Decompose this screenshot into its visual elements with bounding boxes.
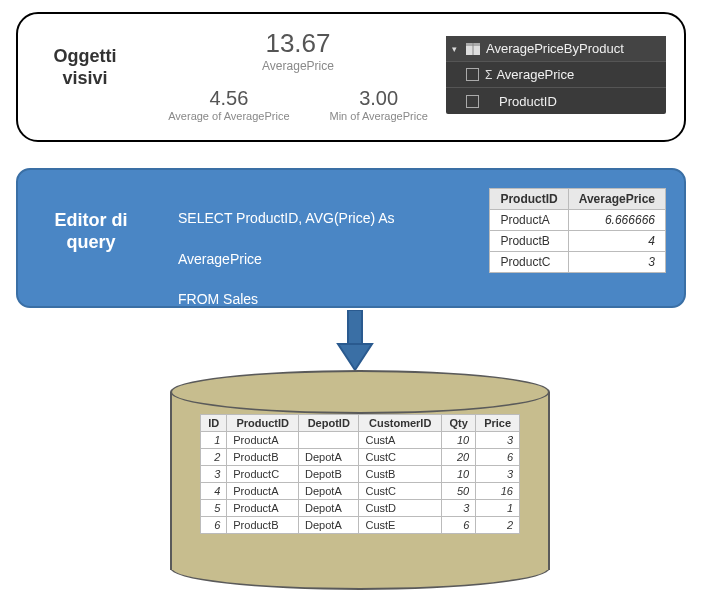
field-item-productid[interactable]: ProductID	[446, 88, 666, 114]
cell: CustA	[359, 432, 441, 449]
svg-marker-4	[338, 344, 372, 370]
fields-pane: ▾ AveragePriceByProduct Σ AveragePrice P…	[446, 36, 666, 114]
cell: CustD	[359, 500, 441, 517]
cell: 5	[201, 500, 227, 517]
cell: ProductA	[490, 210, 568, 231]
editor-panel: Editor di query SELECT ProductID, AVG(Pr…	[16, 168, 686, 308]
cell: 16	[476, 483, 520, 500]
cell: ProductC	[227, 466, 299, 483]
sigma-icon: Σ	[485, 68, 492, 82]
kpi-min-of-avg: 3.00 Min of AveragePrice	[330, 87, 428, 122]
cell: DepotA	[299, 449, 359, 466]
cell: 3	[476, 466, 520, 483]
cell: 50	[441, 483, 475, 500]
cell: 6.666666	[568, 210, 665, 231]
col-header: ProductID	[227, 415, 299, 432]
visuals-title: Oggetti visivi	[40, 46, 130, 89]
checkbox-icon[interactable]	[466, 95, 479, 108]
cell: ProductB	[227, 517, 299, 534]
field-item-averageprice[interactable]: Σ AveragePrice	[446, 62, 666, 88]
table-row: 2 ProductB DepotA CustC 20 6	[201, 449, 520, 466]
cell: ProductB	[490, 231, 568, 252]
field-label: AveragePrice	[496, 67, 660, 82]
kpi-value: 4.56	[168, 87, 289, 110]
sql-line: FROM Sales	[178, 291, 258, 307]
sql-line: AveragePrice	[178, 251, 262, 267]
col-header: Qty	[441, 415, 475, 432]
svg-rect-3	[348, 310, 362, 344]
cell: 6	[441, 517, 475, 534]
kpi-label: AveragePrice	[158, 59, 438, 73]
arrow-down-icon	[335, 310, 375, 372]
kpi-label: Min of AveragePrice	[330, 110, 428, 122]
cell: 3	[568, 252, 665, 273]
col-header: DepotID	[299, 415, 359, 432]
cell: 4	[568, 231, 665, 252]
result-row: ProductA 6.666666	[490, 210, 666, 231]
cell: 3	[201, 466, 227, 483]
cell: 4	[201, 483, 227, 500]
query-result-table: ProductID AveragePrice ProductA 6.666666…	[489, 188, 666, 273]
cell: 1	[476, 500, 520, 517]
cell: 10	[441, 432, 475, 449]
checkbox-icon[interactable]	[466, 68, 479, 81]
cell: DepotB	[299, 466, 359, 483]
col-header: ProductID	[490, 189, 568, 210]
sales-table: ID ProductID DepotID CustomerID Qty Pric…	[200, 414, 520, 534]
kpi-value: 13.67	[158, 28, 438, 59]
sql-query: SELECT ProductID, AVG(Price) As AverageP…	[178, 188, 418, 350]
kpi-avg-of-avg: 4.56 Average of AveragePrice	[168, 87, 289, 122]
col-header: CustomerID	[359, 415, 441, 432]
sql-line: SELECT ProductID, AVG(Price) As	[178, 210, 395, 226]
col-header: AveragePrice	[568, 189, 665, 210]
cell: CustC	[359, 449, 441, 466]
cell: DepotA	[299, 517, 359, 534]
editor-title: Editor di query	[36, 210, 146, 253]
kpi-average-price: 13.67 AveragePrice	[158, 28, 438, 73]
cell: ProductB	[227, 449, 299, 466]
col-header: ID	[201, 415, 227, 432]
table-row: 3 ProductC DepotB CustB 10 3	[201, 466, 520, 483]
table-icon	[466, 43, 480, 55]
sql-line: GROUP BY ProductID	[178, 332, 318, 348]
table-row: 5 ProductA DepotA CustD 3 1	[201, 500, 520, 517]
kpi-label: Average of AveragePrice	[168, 110, 289, 122]
cell: DepotA	[299, 500, 359, 517]
cell: CustE	[359, 517, 441, 534]
cell: ProductC	[490, 252, 568, 273]
cell: ProductA	[227, 432, 299, 449]
cell: CustC	[359, 483, 441, 500]
cylinder-top	[170, 370, 550, 414]
cell: 3	[476, 432, 520, 449]
table-row: 4 ProductA DepotA CustC 50 16	[201, 483, 520, 500]
cell: DepotA	[299, 483, 359, 500]
cell: 10	[441, 466, 475, 483]
cell: CustB	[359, 466, 441, 483]
cell: 2	[201, 449, 227, 466]
kpi-group: 13.67 AveragePrice 4.56 Average of Avera…	[158, 28, 438, 122]
cell: 3	[441, 500, 475, 517]
cell: 1	[201, 432, 227, 449]
visuals-panel: Oggetti visivi 13.67 AveragePrice 4.56 A…	[16, 12, 686, 142]
cell: 6	[476, 449, 520, 466]
fields-table-header[interactable]: ▾ AveragePriceByProduct	[446, 36, 666, 62]
table-row: 6 ProductB DepotA CustE 6 2	[201, 517, 520, 534]
col-header: Price	[476, 415, 520, 432]
expand-icon: ▾	[452, 44, 462, 54]
cell: ProductA	[227, 483, 299, 500]
cell	[299, 432, 359, 449]
fields-table-name: AveragePriceByProduct	[486, 41, 660, 56]
result-row: ProductC 3	[490, 252, 666, 273]
kpi-value: 3.00	[330, 87, 428, 110]
cell: 20	[441, 449, 475, 466]
result-row: ProductB 4	[490, 231, 666, 252]
cell: 2	[476, 517, 520, 534]
cell: 6	[201, 517, 227, 534]
cell: ProductA	[227, 500, 299, 517]
table-row: 1 ProductA CustA 10 3	[201, 432, 520, 449]
database-cylinder: ID ProductID DepotID CustomerID Qty Pric…	[170, 370, 550, 590]
field-label: ProductID	[499, 94, 660, 109]
